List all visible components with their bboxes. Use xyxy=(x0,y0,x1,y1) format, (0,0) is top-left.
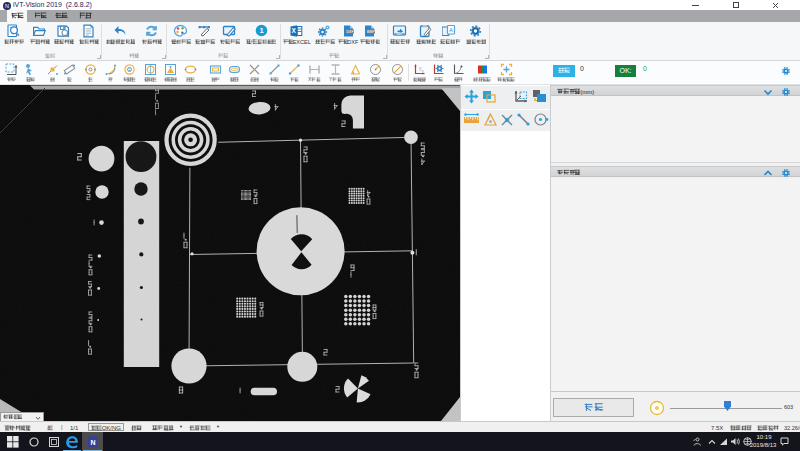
svg-text:X: X xyxy=(292,27,297,34)
svg-text:DXF: DXF xyxy=(346,30,354,34)
svg-text:N: N xyxy=(90,438,95,445)
svg-text:N: N xyxy=(5,3,9,9)
svg-text:1: 1 xyxy=(259,26,263,35)
svg-text:x: x xyxy=(421,68,423,73)
svg-text:A: A xyxy=(449,27,453,33)
svg-text:BMP: BMP xyxy=(397,32,403,36)
svg-text:BMP: BMP xyxy=(367,30,375,34)
